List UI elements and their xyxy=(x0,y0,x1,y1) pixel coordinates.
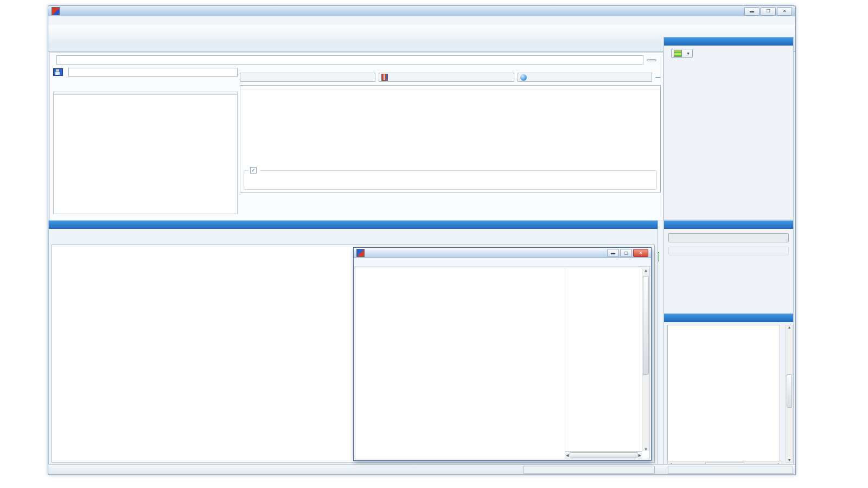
sequence-field[interactable] xyxy=(240,73,375,82)
minimize-icon[interactable]: ▬ xyxy=(744,7,760,16)
multiplot-icon xyxy=(356,249,365,257)
wafer-map-panel: ▲ ▼ ◀▶ xyxy=(663,313,794,470)
view-option-group: ✓ xyxy=(244,170,657,190)
device-table-label xyxy=(240,65,243,71)
progress-title-bar[interactable] xyxy=(664,221,793,229)
app-window: ▬ ❐ ✕ xyxy=(48,5,796,475)
block-dropdown[interactable]: ▼ xyxy=(671,49,693,58)
driver-value xyxy=(524,466,655,474)
multiplot-body: ▲ ▼ ◀▶ xyxy=(355,267,650,459)
temperature-icon xyxy=(381,74,388,81)
multiplot-info-panel xyxy=(565,268,643,451)
project-location-input[interactable] xyxy=(56,55,643,65)
progress-bar xyxy=(668,233,789,242)
app-icon xyxy=(52,7,60,15)
lot-icon xyxy=(53,68,63,76)
close-icon[interactable]: ✕ xyxy=(777,7,792,16)
multiplot-hscrollbar[interactable]: ◀▶ xyxy=(565,451,642,459)
collapse-button[interactable] xyxy=(655,77,661,78)
measurement-pane: ✓ xyxy=(240,65,661,219)
multiplot-window: ▬ ▢ ✕ ▲ ▼ ◀▶ xyxy=(353,247,652,461)
dock-column: ▼ xyxy=(663,37,793,464)
restore-icon[interactable]: ❐ xyxy=(761,7,776,16)
test-plan-view: ✓ xyxy=(240,85,661,192)
multiplot-menu xyxy=(354,258,651,267)
temperature-field[interactable] xyxy=(379,73,514,82)
status-value xyxy=(668,466,793,474)
paused-group xyxy=(668,247,789,255)
lot-toolbar xyxy=(53,79,238,91)
subsites-title-bar[interactable] xyxy=(664,37,793,46)
progress-panel xyxy=(663,220,794,313)
title-bar[interactable]: ▬ ❐ ✕ xyxy=(48,6,795,16)
chevron-down-icon: ▼ xyxy=(686,52,690,55)
multiplot-title-bar[interactable]: ▬ ▢ ✕ xyxy=(354,248,651,258)
device-table-toolbar xyxy=(240,86,660,89)
menu-bar xyxy=(48,16,795,25)
multiplot-maximize-icon[interactable]: ▢ xyxy=(620,249,632,257)
wafer-map-canvas[interactable] xyxy=(667,325,780,463)
view-option-checkbox[interactable]: ✓ xyxy=(250,167,257,174)
block-grid-icon xyxy=(674,50,682,57)
wafer-field[interactable] xyxy=(518,73,652,82)
subsites-panel: ▼ xyxy=(663,37,794,220)
log-toolbar xyxy=(49,229,658,245)
wafer-map-vscrollbar[interactable]: ▲ ▼ xyxy=(786,325,793,463)
screen: ▬ ❐ ✕ xyxy=(0,0,868,488)
wafer-icon xyxy=(520,74,527,81)
lot-input[interactable] xyxy=(68,68,238,77)
multiplot-close-icon[interactable]: ✕ xyxy=(633,249,648,257)
window-buttons: ▬ ❐ ✕ xyxy=(744,7,792,16)
wafer-map-title-bar[interactable] xyxy=(664,314,793,322)
log-title-bar[interactable] xyxy=(49,221,658,229)
test-plan-page: ✓ ▶ xyxy=(49,52,663,221)
lot-pane xyxy=(53,67,238,217)
status-bar xyxy=(48,464,795,474)
browse-button[interactable] xyxy=(647,59,656,61)
multiplot-vscrollbar[interactable]: ▲ ▼ xyxy=(642,268,649,451)
multiplot-minimize-icon[interactable]: ▬ xyxy=(607,249,619,257)
sequence-tree xyxy=(53,92,238,214)
